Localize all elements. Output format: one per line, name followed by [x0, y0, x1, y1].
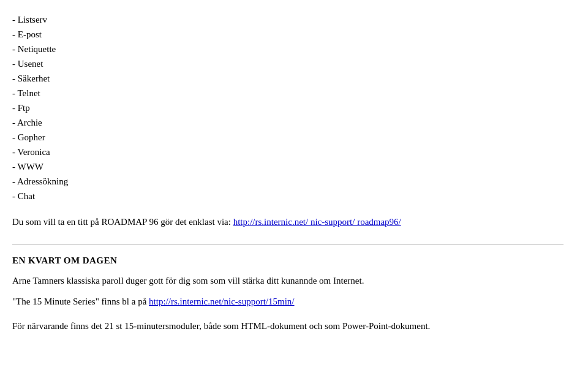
- roadmap-paragraph: Du som vill ta en titt på ROADMAP 96 gör…: [12, 214, 564, 229]
- list-item: - Säkerhet: [12, 71, 564, 86]
- list-item: - Ftp: [12, 100, 564, 115]
- final-paragraph: För närvarande finns det 21 st 15-minute…: [12, 319, 564, 333]
- list-item: - Veronica: [12, 145, 564, 159]
- list-item: - Listserv: [12, 12, 564, 27]
- list-item: - E-post: [12, 27, 564, 42]
- paragraph2-text-before: "The 15 Minute Series" finns bl a på: [12, 297, 149, 306]
- list-section: - Listserv- E-post- Netiquette- Usenet- …: [12, 12, 564, 203]
- list-item: - Netiquette: [12, 42, 564, 56]
- list-item: - Gopher: [12, 130, 564, 145]
- list-item: - Telnet: [12, 86, 564, 100]
- list-item: - WWW: [12, 159, 564, 174]
- section-heading: EN KVART OM DAGEN: [12, 255, 564, 266]
- paragraph2: "The 15 Minute Series" finns bl a på htt…: [12, 294, 564, 309]
- divider: [12, 244, 564, 244]
- list-item: - Archie: [12, 115, 564, 130]
- list-item: - Adressökning: [12, 174, 564, 189]
- roadmap-link[interactable]: http://rs.internic.net/ nic-support/ roa…: [233, 217, 401, 227]
- paragraph2-link[interactable]: http://rs.internic.net/nic-support/15min…: [149, 297, 294, 306]
- roadmap-text-before: Du som vill ta en titt på ROADMAP 96 gör…: [12, 217, 233, 227]
- list-item: - Chat: [12, 189, 564, 203]
- paragraph1: Arne Tamners klassiska paroll duger gott…: [12, 273, 564, 288]
- list-item: - Usenet: [12, 56, 564, 71]
